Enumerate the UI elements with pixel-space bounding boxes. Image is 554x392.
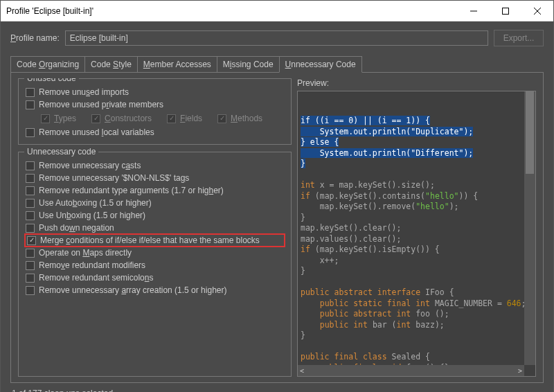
checkbox-row[interactable]: Operate on Maps directly bbox=[26, 247, 284, 259]
scrollbar-vertical[interactable] bbox=[524, 91, 535, 365]
checkbox-label: Remove unnecessary array creation (1.5 o… bbox=[39, 285, 226, 295]
checkbox-icon bbox=[217, 114, 226, 123]
checkbox-row[interactable]: Remove unnecessary array creation (1.5 o… bbox=[26, 284, 284, 296]
window-title: Profile 'Eclipse [built-in]' bbox=[6, 6, 458, 16]
checkbox-icon bbox=[26, 224, 35, 233]
checkbox-icon bbox=[26, 186, 35, 195]
checkbox-icon bbox=[26, 128, 35, 137]
tab-content: Unused code Remove unused importsRemove … bbox=[10, 72, 544, 383]
checkbox-label: Remove unused imports bbox=[39, 87, 129, 97]
checkbox-icon bbox=[27, 236, 36, 245]
dialog-window: Profile 'Eclipse [built-in]' Profile nam… bbox=[0, 0, 554, 392]
checkbox-label: Remove redundant type arguments (1.7 or … bbox=[39, 186, 224, 195]
tab[interactable]: Member Accesses bbox=[137, 56, 217, 72]
right-column: Preview: if ((i == 0) || (i == 1)) { Sys… bbox=[297, 78, 536, 377]
checkbox-label: Use Autoboxing (1.5 or higher) bbox=[39, 198, 152, 208]
checkbox-row[interactable]: Use Autoboxing (1.5 or higher) bbox=[26, 197, 284, 209]
checkbox-label: Push down negation bbox=[39, 223, 114, 233]
profile-row: Profile name: Export... bbox=[10, 30, 544, 46]
sub-checkbox: Methods bbox=[217, 112, 262, 125]
tab[interactable]: Code Organizing bbox=[10, 56, 85, 72]
checkbox-row[interactable]: Remove redundant modifiers bbox=[26, 259, 284, 271]
checkbox-row[interactable]: Remove unused local variables bbox=[26, 126, 284, 139]
checkbox-row[interactable]: Remove unused imports bbox=[26, 86, 284, 98]
checkbox-label: Remove unnecessary '$NON-NLS$' tags bbox=[39, 173, 189, 183]
checkbox-label: Types bbox=[54, 114, 76, 123]
dialog-body: Profile name: Export... Code OrganizingC… bbox=[1, 21, 553, 392]
tab[interactable]: Missing Code bbox=[217, 56, 280, 72]
checkbox-icon bbox=[26, 88, 35, 97]
checkbox-label: Remove unnecessary casts bbox=[39, 161, 141, 170]
tabs: Code OrganizingCode StyleMember Accesses… bbox=[10, 56, 544, 72]
checkbox-row[interactable]: Push down negation bbox=[26, 222, 284, 234]
minimize-button[interactable] bbox=[458, 1, 490, 21]
checkbox-label: Remove redundant semicolons bbox=[39, 273, 153, 283]
checkbox-row[interactable]: Remove redundant semicolons bbox=[26, 271, 284, 284]
checkbox-icon bbox=[26, 174, 35, 183]
checkbox-icon bbox=[26, 161, 35, 170]
scrollbar-horizontal[interactable]: <> bbox=[298, 365, 524, 376]
group-unused-code: Unused code Remove unused importsRemove … bbox=[18, 78, 292, 145]
svg-rect-1 bbox=[503, 8, 509, 14]
checkbox-icon bbox=[41, 114, 50, 123]
checkbox-label: Remove redundant modifiers bbox=[39, 260, 145, 270]
checkbox-row[interactable]: Remove unnecessary '$NON-NLS$' tags bbox=[26, 172, 284, 184]
checkbox-row[interactable]: Remove redundant type arguments (1.7 or … bbox=[26, 184, 284, 197]
preview-label: Preview: bbox=[297, 78, 536, 88]
checkbox-row[interactable]: Use Unboxing (1.5 or higher) bbox=[26, 209, 284, 222]
profile-name-label: Profile name: bbox=[10, 33, 60, 43]
checkbox-row[interactable]: Remove unnecessary casts bbox=[26, 159, 284, 172]
checkbox-row[interactable]: Remove unused private members bbox=[26, 98, 284, 111]
checkbox-icon bbox=[26, 211, 35, 220]
group-unnecessary-code: Unnecessary code Remove unnecessary cast… bbox=[18, 152, 292, 377]
group-title: Unused code bbox=[24, 78, 79, 83]
checkbox-icon bbox=[26, 100, 35, 109]
checkbox-label: Merge conditions of if/else if/else that… bbox=[40, 235, 260, 245]
preview-code[interactable]: if ((i == 0) || (i == 1)) { System.out.p… bbox=[297, 91, 536, 377]
checkbox-icon bbox=[26, 249, 35, 258]
tab[interactable]: Code Style bbox=[84, 56, 138, 72]
export-button[interactable]: Export... bbox=[494, 30, 544, 46]
checkbox-label: Methods bbox=[231, 114, 262, 123]
checkbox-label: Remove unused local variables bbox=[39, 127, 154, 137]
checkbox-icon bbox=[26, 261, 35, 270]
checkbox-label: Remove unused private members bbox=[39, 100, 163, 109]
close-button[interactable] bbox=[521, 1, 553, 21]
scroll-thumb[interactable] bbox=[526, 91, 534, 174]
checkbox-row[interactable]: Merge conditions of if/else if/else that… bbox=[24, 233, 285, 247]
maximize-button[interactable] bbox=[490, 1, 521, 21]
sub-checkbox: Fields bbox=[167, 112, 202, 125]
checkbox-label: Constructors bbox=[105, 114, 152, 123]
checkbox-icon bbox=[26, 286, 35, 295]
titlebar: Profile 'Eclipse [built-in]' bbox=[1, 1, 553, 21]
sub-checkbox: Constructors bbox=[91, 112, 152, 125]
checkbox-icon bbox=[91, 114, 100, 123]
checkbox-icon bbox=[26, 274, 35, 283]
checkbox-icon bbox=[26, 199, 35, 208]
status-text: 1 of 177 clean ups selected bbox=[10, 383, 544, 392]
scroll-right-icon[interactable]: > bbox=[518, 366, 522, 376]
scroll-left-icon[interactable]: < bbox=[300, 366, 304, 376]
checkbox-icon bbox=[167, 114, 176, 123]
tab[interactable]: Unnecessary Code bbox=[279, 56, 362, 73]
left-column: Unused code Remove unused importsRemove … bbox=[18, 78, 292, 377]
checkbox-label: Operate on Maps directly bbox=[39, 248, 132, 258]
sub-checkbox: Types bbox=[41, 112, 76, 125]
checkbox-label: Fields bbox=[180, 114, 202, 123]
group-title: Unnecessary code bbox=[24, 147, 98, 157]
profile-name-input[interactable] bbox=[65, 30, 488, 46]
checkbox-label: Use Unboxing (1.5 or higher) bbox=[39, 211, 145, 220]
